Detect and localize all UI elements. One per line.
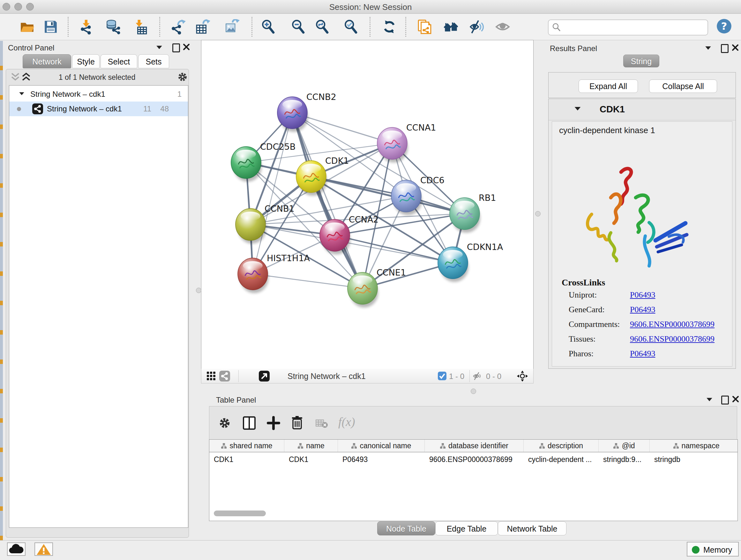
column-header-canonical-name[interactable]: canonical name bbox=[338, 440, 425, 452]
network-node-HIST1H1A[interactable]: HIST1H1A bbox=[238, 253, 310, 293]
left-splitter-handle[interactable] bbox=[196, 288, 201, 293]
zoom-in-icon[interactable] bbox=[261, 19, 276, 35]
table-options-gear-icon[interactable] bbox=[218, 417, 231, 429]
create-column-icon[interactable] bbox=[267, 416, 280, 430]
import-table-icon[interactable] bbox=[133, 19, 148, 35]
network-node-CDKN1A[interactable]: CDKN1A bbox=[438, 242, 503, 282]
cdk1-section-header[interactable]: CDK1 bbox=[549, 99, 736, 120]
network-row-selected[interactable]: String Network – cdk1 11 48 bbox=[9, 102, 188, 116]
network-node-CCNB2[interactable]: CCNB2 bbox=[277, 92, 336, 132]
cdk1-section: CDK1 cyclin-dependent kinase 1 bbox=[548, 99, 736, 369]
table-cell: cyclin-dependent ... bbox=[524, 452, 599, 467]
function-builder-icon: f(x) bbox=[338, 415, 355, 429]
network-node-RB1[interactable]: RB1 bbox=[450, 193, 496, 233]
tab-style[interactable]: Style bbox=[72, 54, 99, 68]
table-panel-float-icon[interactable] bbox=[721, 395, 729, 405]
crosslink-link[interactable]: 9606.ENSP00000378699 bbox=[630, 320, 715, 329]
network-edge[interactable] bbox=[253, 274, 362, 288]
open-session-icon[interactable] bbox=[19, 19, 35, 35]
network-node-count: 11 bbox=[137, 105, 151, 113]
export-table-icon[interactable] bbox=[195, 19, 211, 35]
import-network-file-icon[interactable] bbox=[79, 19, 94, 35]
control-panel-float-icon[interactable] bbox=[172, 44, 180, 52]
results-panel-close-icon[interactable] bbox=[732, 44, 739, 51]
node-table[interactable]: shared namenamecanonical namedatabase id… bbox=[209, 439, 738, 521]
bottom-splitter-handle[interactable] bbox=[471, 388, 476, 394]
cloud-button[interactable] bbox=[7, 543, 25, 556]
network-edge[interactable] bbox=[253, 113, 292, 274]
network-options-gear-icon[interactable] bbox=[177, 71, 188, 82]
tab-node-table[interactable]: Node Table bbox=[377, 521, 435, 536]
crosslink-link[interactable]: P06493 bbox=[630, 305, 655, 314]
table-panel-collapse-icon[interactable] bbox=[706, 398, 712, 401]
network-node-CCNA2[interactable]: CCNA2 bbox=[320, 214, 379, 254]
right-splitter-handle[interactable] bbox=[535, 211, 541, 216]
zoom-out-icon[interactable] bbox=[291, 19, 306, 35]
column-header-namespace[interactable]: namespace bbox=[650, 440, 738, 452]
network-node-CCNE1[interactable]: CCNE1 bbox=[347, 267, 406, 307]
collapse-all-button[interactable]: Collapse All bbox=[649, 79, 717, 93]
tab-network[interactable]: Network bbox=[23, 54, 71, 68]
network-edge[interactable] bbox=[335, 235, 453, 263]
selected-checkbox-icon[interactable] bbox=[438, 372, 447, 380]
zoom-selected-icon[interactable] bbox=[343, 19, 359, 35]
control-panel-collapse-icon[interactable] bbox=[156, 46, 162, 49]
collection-expander-icon[interactable] bbox=[19, 92, 24, 95]
control-panel: Control Panel Network Style Select Sets … bbox=[3, 41, 192, 540]
network-node-CDC25B[interactable]: CDC25B bbox=[231, 142, 295, 182]
detach-view-icon[interactable] bbox=[259, 371, 270, 381]
export-image-icon[interactable] bbox=[225, 19, 240, 35]
delete-column-icon[interactable] bbox=[290, 415, 304, 430]
collapse-all-networks-icon[interactable] bbox=[10, 72, 20, 81]
tab-network-table[interactable]: Network Table bbox=[498, 521, 566, 536]
table-panel-close-icon[interactable] bbox=[732, 395, 739, 402]
cdk1-expander-icon[interactable] bbox=[575, 107, 581, 111]
help-icon[interactable]: ? bbox=[716, 18, 731, 34]
column-header-name[interactable]: name bbox=[284, 440, 338, 452]
expand-all-button[interactable]: Expand All bbox=[579, 79, 638, 93]
table-row[interactable]: CDK1CDK1P064939606.ENSP00000378699cyclin… bbox=[209, 452, 738, 467]
results-panel-collapse-icon[interactable] bbox=[705, 46, 711, 50]
tab-select[interactable]: Select bbox=[100, 54, 137, 68]
hide-unhide-icon[interactable] bbox=[469, 19, 485, 35]
toolbar-separator bbox=[405, 17, 406, 37]
memory-label: Memory bbox=[703, 545, 732, 555]
crosslink-link[interactable]: 9606.ENSP00000378699 bbox=[630, 334, 715, 344]
tab-edge-table[interactable]: Edge Table bbox=[435, 521, 498, 536]
crosslink-link[interactable]: P06493 bbox=[630, 349, 655, 359]
refresh-icon[interactable] bbox=[382, 19, 397, 35]
network-node-CCNB1[interactable]: CCNB1 bbox=[235, 204, 294, 244]
save-session-icon[interactable] bbox=[43, 19, 58, 35]
network-collection-row[interactable]: String Network – cdk1 1 bbox=[9, 87, 188, 102]
crosslink-label: GeneCard: bbox=[569, 305, 605, 314]
control-panel-close-icon[interactable] bbox=[183, 44, 190, 51]
tab-sets[interactable]: Sets bbox=[138, 54, 169, 68]
results-panel-float-icon[interactable] bbox=[721, 44, 729, 53]
column-header-shared-name[interactable]: shared name bbox=[209, 440, 284, 452]
show-columns-icon[interactable] bbox=[243, 416, 256, 430]
titlebar: Session: New Session bbox=[0, 0, 741, 14]
zoom-fit-icon[interactable] bbox=[315, 19, 330, 35]
memory-button[interactable]: Memory bbox=[687, 542, 739, 557]
clone-network-icon[interactable] bbox=[417, 19, 432, 35]
tab-string[interactable]: String bbox=[623, 55, 659, 67]
table-hscrollbar[interactable] bbox=[214, 510, 266, 516]
home-view-icon[interactable] bbox=[443, 19, 459, 35]
string-network-icon bbox=[32, 104, 43, 114]
warnings-button[interactable] bbox=[35, 543, 53, 556]
crosslink-link[interactable]: P06493 bbox=[630, 290, 655, 300]
column-header-description[interactable]: description bbox=[524, 440, 599, 452]
network-node-CDK1[interactable]: CDK1 bbox=[296, 156, 349, 196]
column-header-database-identifier[interactable]: database identifier bbox=[425, 440, 524, 452]
import-network-database-icon[interactable] bbox=[105, 19, 121, 35]
export-network-icon[interactable] bbox=[171, 19, 186, 35]
show-graphics-icon[interactable] bbox=[495, 19, 510, 35]
string-view-icon[interactable] bbox=[219, 371, 230, 381]
network-canvas[interactable]: CCNB2CCNA1CDC25BCDK1CDC6RB1CCNB1CCNA2CDK… bbox=[201, 40, 534, 369]
network-node-CDC6[interactable]: CDC6 bbox=[391, 175, 445, 215]
expand-all-networks-icon[interactable] bbox=[21, 72, 31, 81]
search-input[interactable] bbox=[562, 21, 704, 34]
birds-eye-icon[interactable] bbox=[517, 370, 528, 382]
grid-view-icon[interactable] bbox=[206, 371, 216, 381]
column-header-@id[interactable]: @id bbox=[599, 440, 650, 452]
